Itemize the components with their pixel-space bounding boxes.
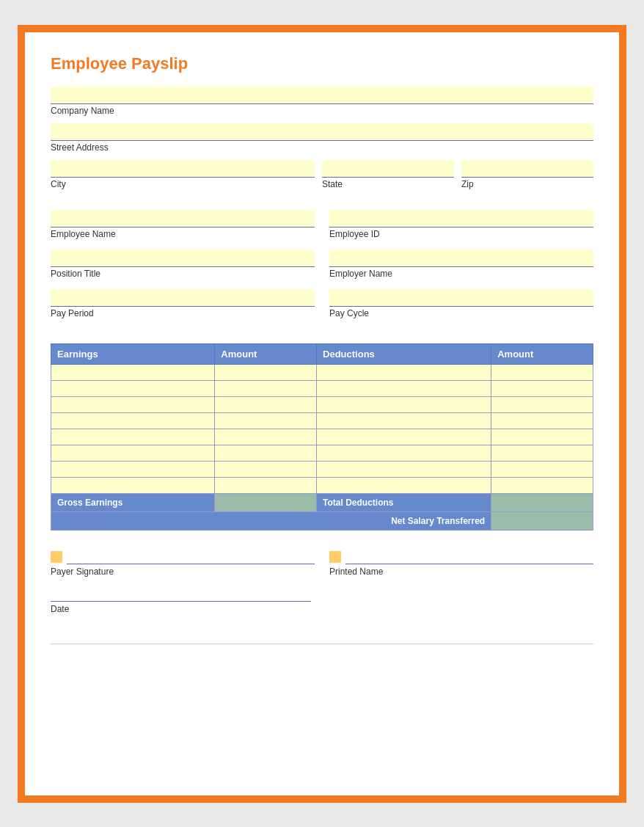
table-row	[51, 477, 593, 493]
table-row	[51, 412, 593, 429]
zip-field: Zip	[461, 160, 593, 197]
deductions-header: Deductions	[317, 343, 491, 364]
zip-input[interactable]	[461, 160, 593, 178]
position-title-input[interactable]	[51, 249, 315, 267]
pay-cycle-label: Pay Cycle	[329, 308, 593, 318]
printed-name-box	[329, 548, 593, 564]
employee-id-label: Employee ID	[329, 229, 593, 239]
signature-row: Payer Signature Printed Name	[51, 548, 593, 583]
outer-border: Employee Payslip Company Name Street Add…	[18, 25, 626, 803]
table-row	[51, 364, 593, 380]
page-title: Employee Payslip	[51, 54, 593, 73]
position-title-col: Position Title	[51, 249, 315, 286]
date-line[interactable]	[51, 586, 311, 602]
table-row	[51, 396, 593, 412]
gross-total-row: Gross Earnings Total Deductions	[51, 493, 593, 511]
total-deductions-value[interactable]	[491, 493, 593, 511]
payer-sig-box	[51, 548, 315, 564]
company-name-section: Company Name	[51, 87, 593, 116]
table-row	[51, 429, 593, 445]
table-row	[51, 380, 593, 396]
payroll-table: Earnings Amount Deductions Amount Gross …	[51, 343, 593, 531]
pay-period-col: Pay Period	[51, 289, 315, 326]
deductions-amount-header: Amount	[491, 343, 593, 364]
table-row	[51, 445, 593, 461]
pay-period-input[interactable]	[51, 289, 315, 307]
employer-name-input[interactable]	[329, 249, 593, 267]
gross-earnings-label: Gross Earnings	[51, 493, 215, 511]
date-row: Date	[51, 586, 593, 614]
state-field: State	[322, 160, 454, 197]
company-name-label: Company Name	[51, 106, 593, 116]
bottom-divider	[51, 644, 593, 644]
employee-name-col: Employee Name	[51, 210, 315, 247]
signature-section: Payer Signature Printed Name Date	[51, 548, 593, 614]
company-name-input[interactable]	[51, 87, 593, 104]
city-field: City	[51, 160, 315, 197]
street-address-label: Street Address	[51, 142, 593, 153]
inner-page: Employee Payslip Company Name Street Add…	[25, 32, 619, 795]
employee-section: Employee Name Employee ID Position Title…	[51, 210, 593, 326]
printed-name-square	[329, 551, 341, 563]
city-label: City	[51, 179, 315, 189]
city-state-zip-row: City State Zip	[51, 160, 593, 197]
payer-sig-col: Payer Signature	[51, 548, 315, 583]
pay-period-cycle-row: Pay Period Pay Cycle	[51, 289, 593, 326]
employee-name-input[interactable]	[51, 210, 315, 227]
street-address-input[interactable]	[51, 123, 593, 141]
pay-period-label: Pay Period	[51, 308, 315, 318]
date-label: Date	[51, 604, 593, 614]
employee-id-input[interactable]	[329, 210, 593, 227]
pay-cycle-col: Pay Cycle	[329, 289, 593, 326]
street-address-section: Street Address	[51, 123, 593, 153]
position-employer-row: Position Title Employer Name	[51, 249, 593, 286]
table-row	[51, 461, 593, 477]
payer-sig-square	[51, 551, 62, 563]
position-title-label: Position Title	[51, 269, 315, 279]
city-input[interactable]	[51, 160, 315, 178]
payer-signature-label: Payer Signature	[51, 566, 315, 577]
employee-id-col: Employee ID	[329, 210, 593, 247]
employer-name-label: Employer Name	[329, 269, 593, 279]
state-label: State	[322, 179, 454, 189]
net-salary-label: Net Salary Transferred	[51, 511, 491, 530]
pay-cycle-input[interactable]	[329, 289, 593, 307]
printed-name-label: Printed Name	[329, 566, 593, 577]
total-deductions-label: Total Deductions	[317, 493, 491, 511]
gross-earnings-value[interactable]	[215, 493, 317, 511]
employer-name-col: Employer Name	[329, 249, 593, 286]
zip-label: Zip	[461, 179, 593, 189]
earnings-header: Earnings	[51, 343, 215, 364]
net-salary-row: Net Salary Transferred	[51, 511, 593, 530]
net-salary-value[interactable]	[491, 511, 593, 530]
state-input[interactable]	[322, 160, 454, 178]
printed-name-col: Printed Name	[329, 548, 593, 583]
payer-sig-line[interactable]	[67, 548, 315, 564]
employee-name-label: Employee Name	[51, 229, 315, 239]
printed-name-line[interactable]	[345, 548, 593, 564]
emp-name-id-row: Employee Name Employee ID	[51, 210, 593, 247]
earnings-amount-header: Amount	[215, 343, 317, 364]
